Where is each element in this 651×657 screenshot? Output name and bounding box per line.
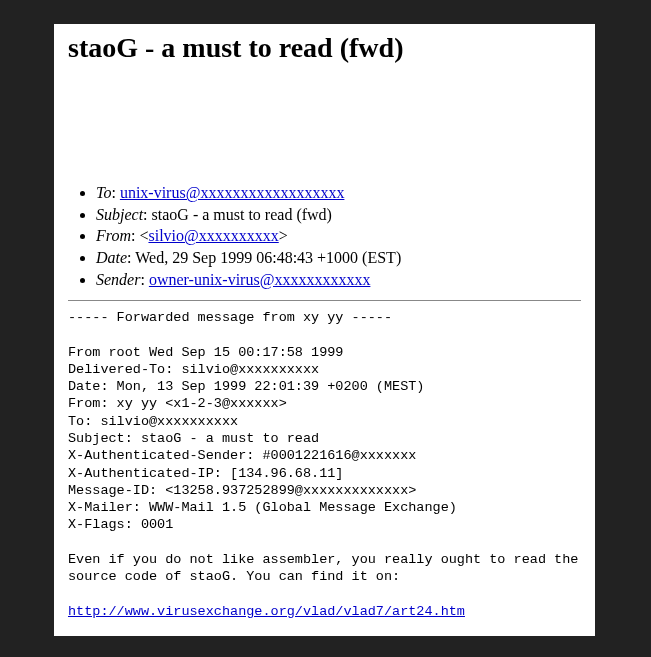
message-body: ----- Forwarded message from xy yy -----… <box>68 309 581 620</box>
header-date-label: Date <box>96 249 127 266</box>
header-sender-link[interactable]: owner-unix-virus@xxxxxxxxxxxx <box>149 271 371 288</box>
message-body-link[interactable]: http://www.virusexchange.org/vlad/vlad7/… <box>68 604 465 619</box>
header-sender: Sender: owner-unix-virus@xxxxxxxxxxxx <box>96 269 581 291</box>
header-from: From: <silvio@xxxxxxxxxx> <box>96 225 581 247</box>
email-header-list: To: unix-virus@xxxxxxxxxxxxxxxxxx Subjec… <box>68 182 581 290</box>
divider <box>68 300 581 301</box>
header-date: Date: Wed, 29 Sep 1999 06:48:43 +1000 (E… <box>96 247 581 269</box>
header-subject-label: Subject <box>96 206 143 223</box>
header-from-suffix: > <box>279 227 288 244</box>
page-title: staoG - a must to read (fwd) <box>68 32 581 64</box>
message-body-pre: ----- Forwarded message from xy yy -----… <box>68 310 578 584</box>
header-to-label: To <box>96 184 111 201</box>
title-spacer <box>68 70 581 182</box>
header-date-value: Wed, 29 Sep 1999 06:48:43 +1000 (EST) <box>135 249 401 266</box>
header-to: To: unix-virus@xxxxxxxxxxxxxxxxxx <box>96 182 581 204</box>
header-sender-label: Sender <box>96 271 140 288</box>
header-from-link[interactable]: silvio@xxxxxxxxxx <box>148 227 278 244</box>
document-page: staoG - a must to read (fwd) To: unix-vi… <box>54 24 595 636</box>
header-to-link[interactable]: unix-virus@xxxxxxxxxxxxxxxxxx <box>120 184 345 201</box>
header-subject: Subject: staoG - a must to read (fwd) <box>96 204 581 226</box>
header-from-label: From <box>96 227 131 244</box>
header-subject-value: staoG - a must to read (fwd) <box>152 206 332 223</box>
